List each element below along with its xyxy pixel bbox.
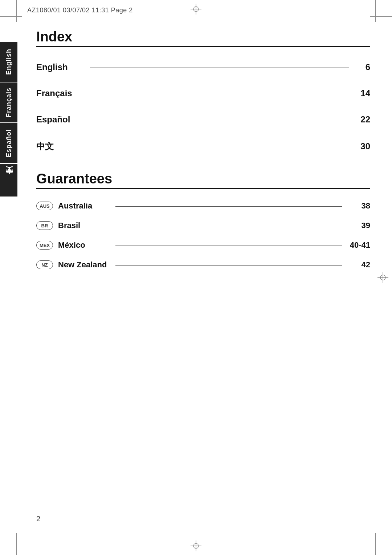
guarantee-entry-mexico: MEX México 40-41 — [36, 235, 370, 255]
guarantee-dots — [115, 206, 342, 207]
page-number: 2 — [36, 515, 40, 523]
corner-mark — [16, 533, 17, 555]
guarantee-label-australia: Australia — [58, 201, 113, 211]
guarantee-entry-australia: AUS Australia 38 — [36, 196, 370, 216]
corner-mark — [370, 16, 392, 17]
index-entry-chinese: 中文 30 — [36, 133, 370, 160]
badge-brasil: BR — [36, 221, 53, 230]
corner-mark — [0, 522, 22, 522]
index-divider — [36, 46, 370, 47]
guarantee-dots — [115, 265, 342, 266]
guarantees-divider — [36, 188, 370, 189]
badge-newzealand: NZ — [36, 260, 53, 269]
page: AZ1080/01 03/07/02 11:31 Page 2 English … — [0, 0, 392, 555]
entry-dots — [90, 94, 349, 94]
tab-espanol[interactable]: Español — [0, 123, 17, 163]
entry-dots — [90, 147, 349, 147]
header-meta: AZ1080/01 03/07/02 11:31 Page 2 — [27, 7, 133, 14]
crosshair-right-icon — [377, 272, 388, 283]
guarantees-section: Guarantees AUS Australia 38 BR Brasil 39… — [36, 171, 370, 275]
index-section: Index English 6 Français 14 Español 22 — [36, 29, 370, 160]
entry-page-english: 6 — [352, 62, 370, 72]
index-entries: English 6 Français 14 Español 22 中文 — [36, 54, 370, 160]
guarantee-label-newzealand: New Zealand — [58, 260, 113, 270]
entry-label-espanol: Español — [36, 114, 87, 125]
index-entry-francais: Français 14 — [36, 80, 370, 106]
guarantee-page-australia: 38 — [345, 201, 370, 211]
entry-label-chinese: 中文 — [36, 141, 87, 152]
crosshair-bottom-icon — [191, 540, 201, 551]
guarantees-title: Guarantees — [36, 171, 370, 187]
guarantee-label-brasil: Brasil — [58, 221, 113, 230]
index-entry-english: English 6 — [36, 54, 370, 80]
tab-francais[interactable]: Français — [0, 82, 17, 122]
guarantee-page-brasil: 39 — [345, 221, 370, 230]
tab-chinese[interactable]: 中文 — [0, 164, 17, 197]
entry-dots — [90, 120, 349, 120]
corner-mark — [16, 0, 17, 22]
guarantee-page-newzealand: 42 — [345, 260, 370, 270]
entry-page-espanol: 22 — [352, 114, 370, 125]
entry-dots — [90, 68, 349, 68]
guarantee-entry-newzealand: NZ New Zealand 42 — [36, 255, 370, 275]
corner-mark — [375, 0, 376, 22]
index-entry-espanol: Español 22 — [36, 106, 370, 133]
guarantee-dots — [115, 246, 342, 246]
badge-mexico: MEX — [36, 241, 53, 250]
badge-australia: AUS — [36, 202, 53, 210]
index-title: Index — [36, 29, 370, 45]
entry-label-francais: Français — [36, 88, 87, 98]
entry-label-english: English — [36, 62, 87, 72]
main-content: Index English 6 Français 14 Español 22 — [36, 29, 370, 511]
language-tabs: English Français Español 中文 — [0, 42, 17, 197]
tab-english[interactable]: English — [0, 42, 17, 82]
guarantee-entry-brasil: BR Brasil 39 — [36, 216, 370, 235]
entry-page-francais: 14 — [352, 88, 370, 98]
guarantee-page-mexico: 40-41 — [345, 240, 370, 250]
corner-mark — [0, 16, 22, 17]
guarantee-label-mexico: México — [58, 240, 113, 250]
guarantee-dots — [115, 226, 342, 226]
guarantee-entries: AUS Australia 38 BR Brasil 39 MEX México… — [36, 196, 370, 275]
corner-mark — [375, 533, 376, 555]
corner-mark — [370, 522, 392, 522]
entry-page-chinese: 30 — [352, 141, 370, 151]
crosshair-top-icon — [191, 4, 201, 15]
